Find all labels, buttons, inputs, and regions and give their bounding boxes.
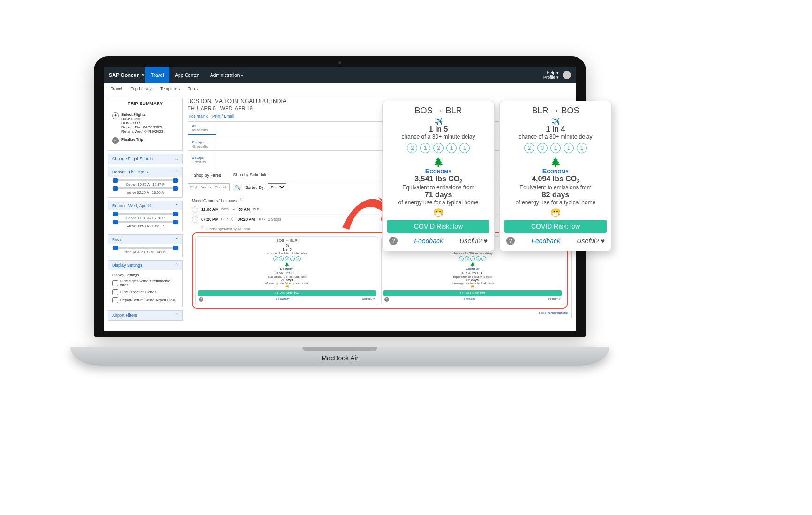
caret-down-icon: ▾ xyxy=(556,70,559,75)
risk-dots: 2 3 1 1 1 xyxy=(383,256,562,261)
chevron-up-icon: ⌃ xyxy=(175,313,179,318)
feedback-link[interactable]: Feedback xyxy=(462,297,475,302)
return-slider-2[interactable] xyxy=(112,221,179,223)
plane-icon: ✈ xyxy=(112,112,119,119)
depart-slider-1[interactable] xyxy=(112,179,179,181)
matrix-all[interactable]: All 49 results xyxy=(188,122,216,135)
plane-icon: ✈️ xyxy=(504,118,607,125)
brand-mark-icon: C xyxy=(141,73,145,77)
nav-appcenter[interactable]: App Center xyxy=(169,67,204,83)
profile-link[interactable]: Profile ▾ xyxy=(543,75,559,80)
mask-emoji-icon: 😷 xyxy=(387,208,489,218)
caret-down-icon: ▾ xyxy=(241,73,243,78)
step-select-flights: ✈ Select Flights Round Trip BOS - BLR De… xyxy=(112,111,179,135)
subnav-travel[interactable]: Travel xyxy=(111,86,122,91)
subnav-triplib[interactable]: Trip Library xyxy=(131,86,152,91)
useful-link[interactable]: Useful? ♥ xyxy=(459,237,488,245)
mask-emoji-icon: 😷 xyxy=(504,208,607,218)
matrix-2stops[interactable]: 2 stops 48 results xyxy=(188,138,216,150)
opt-hide-propeller[interactable]: Hide Propeller Planes xyxy=(112,288,179,296)
subnav-tools[interactable]: Tools xyxy=(188,86,198,91)
callout-card-blr-bos: BLR → BOS ✈️ 1 in 4 chance of a 30+ minu… xyxy=(499,101,612,251)
return-filter-head[interactable]: Return - Wed, Apr 19 ⌃ xyxy=(108,201,182,210)
sub-nav: Travel Trip Library Templates Tools xyxy=(104,83,576,94)
matrix-3stops[interactable]: 3 stops 1 results xyxy=(188,154,216,166)
hide-matrix-link[interactable]: Hide matrix xyxy=(188,114,208,119)
return-slider-1[interactable] xyxy=(112,213,179,215)
useful-link[interactable]: Useful? ♥ xyxy=(577,237,605,245)
avatar[interactable] xyxy=(563,71,571,79)
brand-logo[interactable]: SAP Concur C xyxy=(109,72,145,78)
feedback-link[interactable]: Feedback xyxy=(276,297,290,302)
left-column: TRIP SUMMARY ✈ Select Flights Round Trip… xyxy=(108,98,183,321)
useful-link[interactable]: Useful? ♥ xyxy=(548,297,561,302)
check-icon: ✓ xyxy=(112,137,119,144)
price-filter-head[interactable]: Price ⌃ xyxy=(108,235,182,244)
opt-same-airport[interactable]: Depart/Return Same Airport Only xyxy=(112,296,179,304)
fare-mini-bos-blr: BOS → BLR ✈️ 1 in 5 chance of a 30+ minu… xyxy=(195,236,378,305)
tab-shop-schedule[interactable]: Shop by Schedule xyxy=(227,169,274,180)
co2-value: 4,094 lbs CO2 xyxy=(504,175,607,184)
global-header: SAP Concur C Travel App Center Administr… xyxy=(104,67,576,83)
plane-icon: ✈️ xyxy=(198,244,376,247)
co2-value: 3,541 lbs CO2 xyxy=(387,175,489,184)
price-slider[interactable] xyxy=(112,247,179,249)
return-filter: Return - Wed, Apr 19 ⌃ Depart 11:30 A - … xyxy=(108,201,183,231)
search-icon[interactable]: 🔍 xyxy=(233,184,242,191)
hide-fares-link[interactable]: Hide fares/details xyxy=(192,309,568,315)
sorted-by-label: Sorted By: xyxy=(245,185,265,190)
tree-icon: 🌲 xyxy=(387,157,489,167)
opt-hide-nonrefund[interactable]: Hide flights without refundable fares xyxy=(112,278,179,288)
plane-icon: ✈️ xyxy=(387,118,489,125)
covid-badge: COVID Risk: low xyxy=(198,290,376,296)
help-link[interactable]: Help ▾ xyxy=(543,70,559,75)
callout-card-bos-blr: BOS → BLR ✈️ 1 in 5 chance of a 30+ minu… xyxy=(382,101,495,251)
tree-icon: 🌲 xyxy=(198,262,376,267)
risk-dots: 2 1 2 1 1 xyxy=(387,143,489,153)
nav-administration[interactable]: Administration ▾ xyxy=(204,67,249,83)
flight-number-search[interactable] xyxy=(188,183,230,191)
covid-badge: COVID Risk: low xyxy=(504,220,607,233)
brand-text: SAP Concur xyxy=(109,72,139,78)
trip-summary-panel: TRIP SUMMARY ✈ Select Flights Round Trip… xyxy=(108,98,183,151)
tab-shop-fares[interactable]: Shop by Fares xyxy=(188,170,227,180)
subnav-templates[interactable]: Templates xyxy=(160,86,180,91)
change-flight-search[interactable]: Change Flight Search ⌄ xyxy=(108,154,183,164)
feedback-link[interactable]: Feedback xyxy=(414,237,443,245)
risk-dots: 2 1 2 1 1 xyxy=(198,256,376,261)
depart-slider-2[interactable] xyxy=(112,187,179,189)
laptop-hinge-notch xyxy=(302,347,377,351)
trip-summary-title: TRIP SUMMARY xyxy=(108,98,182,109)
display-settings: Display Settings ⌃ Display Settings Hide… xyxy=(108,260,183,307)
laptop-camera xyxy=(338,61,341,64)
laptop-model-label: MacBook Air xyxy=(322,354,359,362)
display-settings-head[interactable]: Display Settings ⌃ xyxy=(108,261,182,270)
overnight-icon: ☾ xyxy=(231,217,234,222)
feedback-link[interactable]: Feedback xyxy=(531,237,560,245)
airport-filters[interactable]: Airport Filters ⌃ xyxy=(108,310,183,321)
airline-icon: ✈ xyxy=(192,216,198,223)
header-right: Help ▾ Profile ▾ xyxy=(543,70,571,80)
chevron-up-icon: ⌃ xyxy=(175,237,179,242)
help-icon[interactable]: ? xyxy=(389,237,398,245)
print-email-link[interactable]: Print / Email xyxy=(212,114,234,119)
sort-select[interactable]: Pre xyxy=(268,183,286,191)
depart-filter: Depart - Thu, Apr 6 ⌃ Depart 10:25 A - 1… xyxy=(108,167,183,198)
useful-link[interactable]: Useful? ♥ xyxy=(362,297,375,302)
help-icon[interactable]: ? xyxy=(506,237,515,245)
help-icon[interactable]: ? xyxy=(384,297,389,302)
chevron-up-icon: ⌃ xyxy=(175,170,179,174)
chevron-up-icon: ⌃ xyxy=(175,263,179,268)
depart-filter-head[interactable]: Depart - Thu, Apr 6 ⌃ xyxy=(108,167,182,177)
step-finalize: ✓ Finalize Trip xyxy=(112,135,179,146)
chevron-down-icon: ⌄ xyxy=(175,157,179,161)
tree-icon: 🌲 xyxy=(383,262,562,267)
nav-travel[interactable]: Travel xyxy=(145,67,169,83)
covid-badge: COVID Risk: low xyxy=(383,290,562,296)
price-filter: Price ⌃ Price $1,485.81 - $3,741.61 xyxy=(108,234,183,257)
chevron-up-icon: ⌃ xyxy=(175,203,179,208)
laptop-base: MacBook Air xyxy=(70,347,609,366)
risk-dots: 2 3 1 1 1 xyxy=(504,143,607,153)
help-icon[interactable]: ? xyxy=(199,297,203,302)
covid-badge: COVID Risk: low xyxy=(387,220,489,233)
